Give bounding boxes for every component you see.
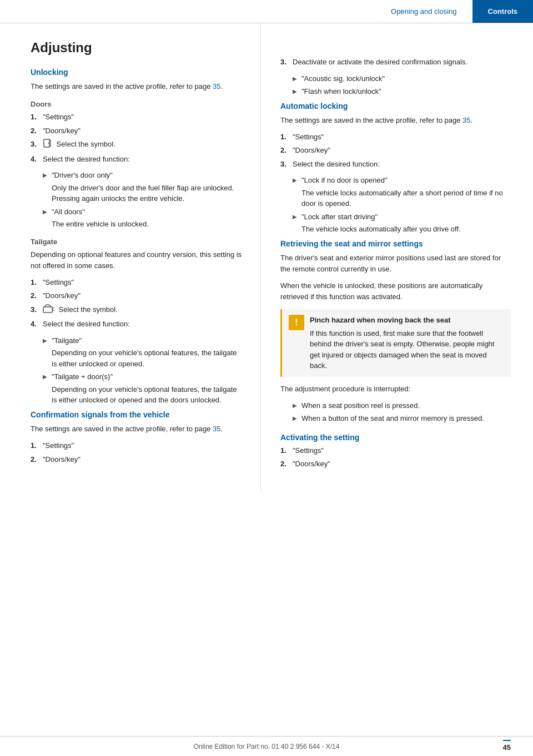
right-column: 3. Deactivate or activate the desired co… — [261, 23, 533, 492]
auto-lock-bullet-2: ▶ "Lock after start driving" The vehicle… — [293, 211, 511, 235]
section-auto-locking: Automatic locking — [280, 102, 511, 110]
confirmation-link[interactable]: 35 — [213, 425, 220, 433]
bullet-arrow-icon: ▶ — [293, 87, 301, 95]
confirmation-right-bullets: ▶ "Acoustic sig. lock/unlock" ▶ "Flash w… — [293, 73, 511, 97]
door-icon — [43, 139, 53, 151]
page-title: Adjusting — [31, 40, 244, 56]
confirmation-intro: The settings are saved in the active pro… — [31, 424, 244, 435]
main-content: Adjusting Unlocking The settings are sav… — [0, 23, 533, 492]
svg-point-4 — [48, 143, 49, 144]
activating-step-1: 1. "Settings" — [280, 445, 511, 456]
doors-step-3: 3. Select the symbol. — [31, 139, 244, 151]
bullet-arrow-icon: ▶ — [43, 336, 52, 345]
tailgate-step-4: 4. Select the desired function: — [31, 319, 244, 330]
confirmation-step-3: 3. Deactivate or activate the desired co… — [280, 57, 511, 68]
auto-locking-steps: 1. "Settings" 2. "Doors/key" 3. Select t… — [280, 132, 511, 170]
tailgate-intro: Depending on optional features and count… — [31, 249, 244, 271]
bullet-arrow-icon: ▶ — [43, 171, 52, 179]
seat-mirror-intro1: The driver's seat and exterior mirror po… — [280, 253, 511, 275]
doors-bullet-2: ▶ "All doors" The entire vehicle is unlo… — [43, 206, 244, 230]
doors-step-4: 4. Select the desired function: — [31, 154, 244, 165]
auto-lock-bullet-1: ▶ "Lock if no door is opened" The vehicl… — [293, 175, 511, 209]
interrupt-bullet-2: ▶ When a button of the seat and mirror m… — [293, 413, 511, 424]
activating-steps: 1. "Settings" 2. "Doors/key" — [280, 445, 511, 470]
tailgate-bullets: ▶ "Tailgate" Depending on your vehicle's… — [43, 335, 244, 406]
tailgate-bullet-2: ▶ "Tailgate + door(s)" Depending on your… — [43, 371, 244, 406]
warning-body: If this function is used, first make sur… — [310, 328, 504, 371]
seat-mirror-intro2: When the vehicle is unlocked, these posi… — [280, 280, 511, 303]
confirmation-step-2: 2. "Doors/key" — [31, 454, 244, 465]
activating-step-2: 2. "Doors/key" — [280, 458, 511, 470]
svg-rect-5 — [43, 307, 52, 313]
auto-locking-step-2: 2. "Doors/key" — [280, 145, 511, 156]
section-activating: Activating the setting — [280, 433, 511, 442]
section-confirmation: Confirmation signals from the vehicle — [31, 410, 244, 419]
left-column: Adjusting Unlocking The settings are sav… — [0, 23, 261, 492]
doors-bullet-1: ▶ "Driver's door only" Only the driver's… — [43, 170, 244, 204]
interrupt-text: The adjustment procedure is interrupted: — [280, 384, 511, 395]
confirmation-step-1: 1. "Settings" — [31, 440, 244, 451]
interrupt-bullet-1: ▶ When a seat position reel is pressed. — [293, 400, 511, 411]
bullet-arrow-icon: ▶ — [293, 176, 301, 184]
auto-locking-link[interactable]: 35 — [462, 116, 470, 124]
bullet-arrow-icon: ▶ — [293, 414, 301, 422]
tailgate-step-2: 2. "Doors/key" — [31, 290, 244, 301]
auto-locking-step-3: 3. Select the desired function: — [280, 159, 511, 170]
auto-locking-step-1: 1. "Settings" — [280, 132, 511, 143]
doors-bullets: ▶ "Driver's door only" Only the driver's… — [43, 170, 244, 230]
auto-locking-intro: The settings are saved in the active pro… — [280, 115, 511, 126]
confirmation-steps-list: 1. "Settings" 2. "Doors/key" — [31, 440, 244, 465]
unlocking-link[interactable]: 35 — [213, 82, 220, 90]
bullet-arrow-icon: ▶ — [43, 208, 52, 216]
auto-locking-bullets: ▶ "Lock if no door is opened" The vehicl… — [293, 175, 511, 235]
confirmation-right-steps: 3. Deactivate or activate the desired co… — [280, 57, 511, 68]
doors-step-1: 1. "Settings" — [31, 112, 244, 123]
conf-bullet-2: ▶ "Flash when lock/unlock" — [293, 86, 511, 97]
header-chapter: Controls — [472, 0, 533, 23]
doors-step-2: 2. "Doors/key" — [31, 125, 244, 137]
page-footer: Online Edition for Part no. 01 40 2 956 … — [0, 736, 533, 756]
warning-title: Pinch hazard when moving back the seat — [310, 315, 504, 326]
bullet-arrow-icon: ▶ — [43, 372, 52, 381]
footer-text: Online Edition for Part no. 01 40 2 956 … — [194, 743, 340, 750]
tailgate-bullet-1: ▶ "Tailgate" Depending on your vehicle's… — [43, 335, 244, 370]
interrupt-bullets: ▶ When a seat position reel is pressed. … — [293, 400, 511, 424]
section-unlocking: Unlocking — [31, 68, 244, 77]
section-seat-mirror: Retrieving the seat and mirror settings — [280, 239, 511, 248]
bullet-arrow-icon: ▶ — [293, 74, 301, 83]
page-header: Opening and closing Controls — [0, 0, 533, 23]
tailgate-subheading: Tailgate — [31, 238, 244, 246]
bullet-arrow-icon: ▶ — [293, 401, 301, 410]
page-number: 45 — [503, 740, 511, 752]
tailgate-icon — [43, 304, 55, 316]
tailgate-step-3: 3. Select the symbol. — [31, 304, 244, 316]
doors-steps-list: 1. "Settings" 2. "Doors/key" 3. — [31, 112, 244, 164]
warning-icon: ! — [289, 315, 304, 330]
doors-subheading: Doors — [31, 100, 244, 108]
header-nav: Opening and closing Controls — [375, 0, 533, 23]
tailgate-step-1: 1. "Settings" — [31, 277, 244, 288]
warning-box: ! Pinch hazard when moving back the seat… — [280, 309, 511, 377]
bullet-arrow-icon: ▶ — [293, 213, 301, 221]
unlocking-intro: The settings are saved in the active pro… — [31, 81, 244, 92]
conf-bullet-1: ▶ "Acoustic sig. lock/unlock" — [293, 73, 511, 84]
tailgate-steps-list: 1. "Settings" 2. "Doors/key" 3. — [31, 277, 244, 330]
header-section: Opening and closing — [375, 0, 472, 23]
